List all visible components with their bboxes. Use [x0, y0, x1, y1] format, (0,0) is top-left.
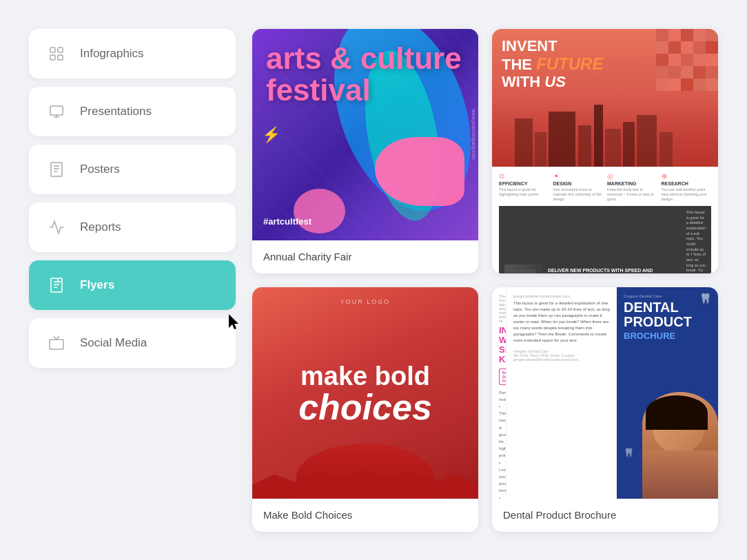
arts-label-text: Annual Charity Fair: [263, 251, 351, 262]
arts-hashtag: #artcultfest: [263, 216, 311, 227]
presentations-icon: [44, 99, 69, 124]
card-arts-image: arts & culture festival ⚡ #artcultfest w…: [252, 29, 478, 240]
card-arts-festival[interactable]: arts & culture festival ⚡ #artcultfest w…: [252, 29, 478, 273]
arts-side-text: www.yourcompany.com: [471, 109, 476, 159]
sidebar-item-posters[interactable]: Posters: [29, 145, 236, 194]
future-dark-text: This layout is great for a detailed expl…: [686, 210, 706, 273]
sidebar-item-presentations-label: Presentations: [80, 105, 152, 118]
svg-rect-3: [58, 55, 63, 60]
card-dental-image: The first app advanced tooth whitening k…: [492, 287, 718, 499]
bold-logo-text: YOUR LOGO: [340, 298, 391, 305]
dental-label-text: Dental Product Brochure: [503, 509, 616, 521]
future-product-image: [504, 265, 542, 273]
sidebar-item-reports[interactable]: Reports: [29, 203, 236, 252]
sidebar-item-flyers[interactable]: Flyers: [29, 260, 236, 310]
future-title: INVENT THE FUTURE WITH US: [502, 37, 603, 91]
bold-main-text: make bold choices: [298, 362, 432, 424]
sidebar-item-social-media-label: Social Media: [80, 336, 147, 350]
bold-label-text: Make Bold Choices: [263, 509, 352, 521]
svg-rect-5: [51, 163, 62, 176]
arts-lightning-icon: ⚡: [262, 126, 280, 144]
cursor: [229, 314, 243, 331]
sidebar-item-reports-label: Reports: [80, 220, 121, 234]
bold-card-label: Make Bold Choices: [252, 499, 478, 532]
sidebar-item-infographics[interactable]: Infographics: [29, 29, 236, 79]
feature-marketing: ◎ MARKETING Keep the body text to minimu…: [607, 172, 657, 202]
flyers-icon: [44, 273, 69, 298]
bold-torn-paper: [252, 416, 478, 499]
feature-design: ✦ DESIGN Use consistent icons to maintai…: [553, 172, 604, 202]
arts-title: arts & culture festival: [266, 43, 478, 106]
dental-whitening-left: The first app advanced tooth whitening k…: [492, 287, 506, 499]
sidebar-item-presentations[interactable]: Presentations: [29, 87, 236, 136]
svg-rect-4: [50, 106, 63, 115]
checkerboard: [656, 29, 718, 91]
infographics-icon: [44, 41, 69, 66]
sidebar-item-posters-label: Posters: [80, 163, 120, 176]
posters-icon: [44, 157, 69, 182]
dental-brochure-title: DENTALPRODUCT: [624, 300, 711, 329]
feature-efficiency: ⊙ EFFICIENCY This layout is good for hig…: [499, 172, 549, 202]
future-dark-content: DELIVER NEW PRODUCTS WITH SPEED AND EFFI…: [548, 268, 681, 273]
content-grid: arts & culture festival ⚡ #artcultfest w…: [252, 29, 718, 532]
sidebar-item-flyers-label: Flyers: [80, 278, 114, 292]
feature-research: ⊕ RESEARCH You can add another point her…: [662, 172, 712, 202]
future-features: ⊙ EFFICIENCY This layout is good for hig…: [499, 172, 711, 202]
dental-brochure-right: Coupon Dental Care 🦷 DENTALPRODUCT BROCH…: [617, 287, 718, 499]
sidebar: Infographics Presentations Posters: [29, 29, 236, 532]
svg-rect-0: [50, 48, 55, 52]
dental-card-label: Dental Product Brochure: [492, 499, 718, 532]
social-media-icon: [44, 331, 69, 355]
svg-rect-6: [51, 278, 62, 292]
card-future-image: INVENT THE FUTURE WITH US ⊙ EFFICIENCY T…: [492, 29, 718, 273]
sidebar-item-infographics-label: Infographics: [80, 47, 144, 61]
card-bold-image: YOUR LOGO make bold choices: [252, 287, 478, 499]
future-content: ⊙ EFFICIENCY This layout is good for hig…: [492, 167, 718, 273]
card-bold-choices[interactable]: YOUR LOGO make bold choices Make Bold Ch: [252, 287, 478, 532]
dental-brochure-subtitle: BROCHURE: [624, 331, 711, 341]
card-invent-future[interactable]: INVENT THE FUTURE WITH US ⊙ EFFICIENCY T…: [492, 29, 718, 273]
svg-rect-7: [50, 340, 63, 349]
tooth-icon-bottom: 🦷: [624, 448, 634, 457]
svg-rect-2: [50, 55, 55, 60]
package-beginner: BeginnersStarter KitPackage: [499, 369, 506, 385]
dental-footer-text: Gregory Dental Care6th Floor, Floor 2200…: [513, 349, 610, 362]
future-dark-section: DELIVER NEW PRODUCTS WITH SPEED AND EFFI…: [499, 206, 711, 273]
card-dental[interactable]: The first app advanced tooth whitening k…: [492, 287, 718, 532]
dental-middle-header: gregorydental.smilecreate.com: [513, 294, 610, 298]
tooth-icon: 🦷: [699, 293, 711, 304]
dental-description-middle: gregorydental.smilecreate.com This layou…: [506, 287, 617, 499]
arts-card-label: Annual Charity Fair: [252, 240, 478, 273]
dental-person-image: [642, 392, 718, 499]
city-skyline: [492, 98, 718, 167]
app-container: Infographics Presentations Posters: [15, 15, 732, 546]
reports-icon: [44, 215, 69, 240]
dental-brochure-header: Coupon Dental Care: [624, 294, 711, 298]
dental-description-text: This layout is great for a detailed expl…: [513, 300, 610, 344]
svg-rect-1: [58, 48, 63, 52]
bold-choices-text: choices: [298, 391, 432, 424]
sidebar-item-social-media[interactable]: Social Media: [29, 318, 236, 368]
